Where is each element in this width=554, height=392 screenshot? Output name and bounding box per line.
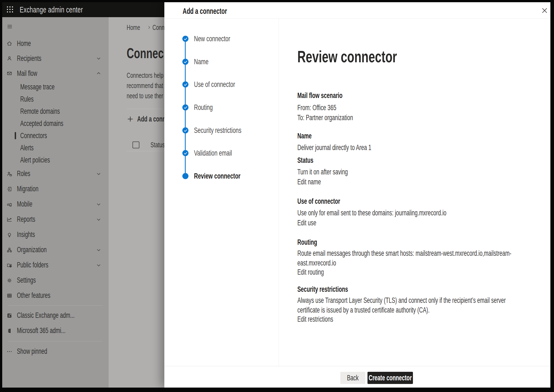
routing-value-line1: Route email messages through these smart…	[297, 249, 511, 258]
sidebar-item-mail-flow[interactable]: Mail flow	[2, 66, 109, 81]
edit-restrictions-link[interactable]: Edit restrictions	[297, 315, 349, 324]
reports-icon	[6, 216, 12, 223]
edit-use-link[interactable]: Edit use	[297, 219, 325, 227]
sidebar-item-roles[interactable]: Roles	[2, 166, 109, 181]
sidebar-item-alerts[interactable]: Alerts	[2, 142, 109, 154]
close-button[interactable]	[539, 5, 550, 16]
chevron-down-icon	[96, 56, 101, 61]
routing-value-line2: east.mxrecord.io	[297, 259, 336, 267]
step-label: Review connector	[194, 172, 241, 180]
step-complete-icon	[182, 127, 188, 133]
step-name[interactable]: Name	[182, 59, 215, 65]
security-value-line2: certificate is issued by a trusted certi…	[297, 306, 430, 314]
migration-icon	[6, 186, 12, 192]
sidebar-item-insights[interactable]: Insights	[2, 227, 109, 242]
sidebar-item-label: Mobile	[17, 200, 32, 208]
sidebar-item-classic-exchange[interactable]: Classic Exchange adm...	[2, 308, 109, 323]
section-heading: Mail flow scenario	[297, 91, 343, 100]
sidebar-item-label: Other features	[17, 291, 50, 300]
step-current-icon	[182, 173, 188, 179]
section-heading: Status	[297, 156, 313, 165]
sidebar-item-mobile[interactable]: Mobile	[2, 197, 109, 212]
sidebar-item-settings[interactable]: Settings	[2, 273, 109, 288]
sidebar-item-organization[interactable]: Organization	[2, 242, 109, 257]
step-complete-icon	[182, 59, 188, 65]
add-connector-label: Add a conn	[137, 115, 166, 123]
step-new-connector[interactable]: New connector	[182, 36, 246, 42]
use-of-connector-value: Use only for email sent to these domains…	[297, 209, 446, 217]
screen: Exchange admin center Home Recipients Ma…	[2, 2, 550, 388]
close-icon	[540, 6, 549, 15]
sidebar-item-label: Public folders	[17, 261, 48, 269]
sidebar-item-connectors[interactable]: Connectors	[2, 130, 109, 142]
sidebar-item-label: Connectors	[20, 131, 47, 140]
sidebar-item-label: Home	[17, 39, 31, 48]
person-icon	[6, 55, 12, 61]
step-complete-icon	[182, 104, 188, 110]
select-all-checkbox[interactable]	[132, 141, 139, 148]
sidebar-item-rules[interactable]: Rules	[2, 93, 109, 105]
step-security-restrictions[interactable]: Security restrictions	[182, 127, 262, 133]
plus-icon	[127, 115, 134, 123]
sidebar-item-home[interactable]: Home	[2, 36, 109, 51]
connector-name-value: Deliver journal directly to Area 1	[297, 143, 371, 152]
sidebar-item-alert-policies[interactable]: Alert policies	[2, 154, 109, 166]
gear-icon	[6, 277, 12, 283]
step-use-of-connector[interactable]: Use of connector	[182, 81, 253, 87]
section-heading: Routing	[297, 238, 317, 247]
create-connector-button[interactable]: Create connector	[367, 372, 413, 384]
status-value: Turn it on after saving	[297, 168, 348, 176]
app-launcher-icon[interactable]	[7, 6, 14, 13]
sidebar-item-microsoft-365[interactable]: Microsoft 365 admi...	[2, 323, 109, 338]
sidebar-item-label: Insights	[17, 230, 35, 239]
status-column-header: Status	[150, 141, 165, 149]
step-routing[interactable]: Routing	[182, 104, 221, 110]
stepper-divider	[279, 19, 279, 366]
sidebar-item-show-pinned[interactable]: Show pinned	[2, 344, 109, 359]
edit-name-link[interactable]: Edit name	[297, 178, 331, 186]
screenshot-frame: Exchange admin center Home Recipients Ma…	[0, 0, 554, 392]
step-label: Use of connector	[194, 80, 235, 89]
hamburger-icon	[7, 24, 13, 30]
sidebar-item-label: Alert policies	[20, 156, 50, 164]
page-title: Connec	[127, 45, 164, 61]
sidebar-item-message-trace[interactable]: Message trace	[2, 81, 109, 93]
mail-icon	[6, 70, 12, 76]
step-complete-icon	[182, 81, 188, 87]
sidebar-item-recipients[interactable]: Recipients	[2, 51, 109, 66]
sidebar-item-label: Rules	[20, 95, 34, 104]
section-heading: Security restrictions	[297, 285, 348, 294]
section-heading: Name	[297, 132, 312, 140]
sidebar-item-label: Recipients	[17, 54, 41, 63]
section-heading: Use of connector	[297, 197, 340, 206]
sidebar-item-accepted-domains[interactable]: Accepted domains	[2, 117, 109, 130]
security-value-line1: Always use Transport Layer Security (TLS…	[297, 296, 506, 305]
breadcrumb-home[interactable]: Home	[127, 23, 140, 32]
roles-icon	[6, 171, 12, 177]
edit-routing-link[interactable]: Edit routing	[297, 268, 335, 277]
grid-icon	[6, 293, 12, 299]
organization-icon	[6, 247, 12, 253]
sidebar-item-migration[interactable]: Migration	[2, 181, 109, 197]
sidebar-item-label: Reports	[17, 215, 35, 224]
sidebar-divider	[8, 341, 103, 341]
app-title: Exchange admin center	[20, 5, 83, 14]
sidebar-item-public-folders[interactable]: Public folders	[2, 257, 109, 273]
sidebar-item-remote-domains[interactable]: Remote domains	[2, 105, 109, 117]
classic-exchange-icon	[6, 313, 12, 319]
sidebar-item-label: Show pinned	[17, 347, 47, 356]
menu-toggle-button[interactable]	[2, 17, 109, 36]
sidebar-item-label: Message trace	[20, 83, 55, 91]
step-review-connector[interactable]: Review connector	[182, 173, 261, 179]
step-complete-icon	[182, 150, 188, 156]
footer-divider	[164, 366, 550, 366]
sidebar-item-label: Settings	[17, 276, 36, 285]
sidebar-item-reports[interactable]: Reports	[2, 212, 109, 227]
sidebar-item-other-features[interactable]: Other features	[2, 288, 109, 303]
home-icon	[6, 40, 12, 47]
back-button[interactable]: Back	[340, 372, 365, 384]
step-validation-email[interactable]: Validation email	[182, 150, 248, 156]
step-label: Routing	[194, 103, 213, 112]
breadcrumb-chevron-icon	[147, 25, 151, 30]
sidebar: Home Recipients Mail flow Message trace …	[2, 17, 109, 388]
